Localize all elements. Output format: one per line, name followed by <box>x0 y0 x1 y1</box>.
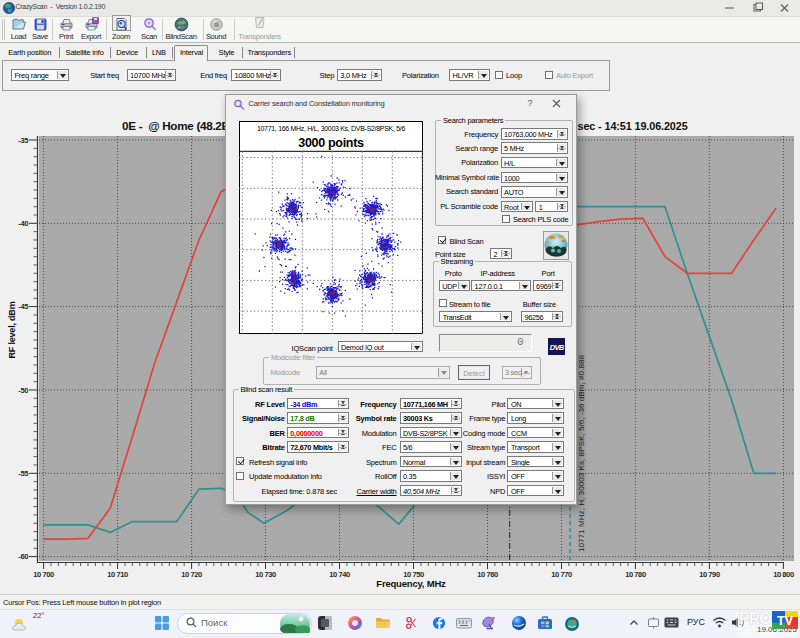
svg-text:-40: -40 <box>18 219 28 228</box>
svg-text:10 700: 10 700 <box>33 570 54 579</box>
svg-text:sec - 14:51 19.06.2025: sec - 14:51 19.06.2025 <box>578 120 688 132</box>
svg-text:10 800: 10 800 <box>773 570 794 579</box>
svg-text:10 710: 10 710 <box>107 570 128 579</box>
svg-text:10 740: 10 740 <box>329 570 350 579</box>
svg-text:RF level, dBm: RF level, dBm <box>7 301 17 358</box>
svg-text:10 770: 10 770 <box>551 570 572 579</box>
svg-text:-45: -45 <box>18 302 28 311</box>
svg-text:3000 points: 3000 points <box>298 136 364 150</box>
svg-text:10 790: 10 790 <box>699 570 720 579</box>
svg-text:10 780: 10 780 <box>625 570 646 579</box>
svg-text:10 730: 10 730 <box>255 570 276 579</box>
svg-text:-55: -55 <box>18 469 28 478</box>
svg-text:-50: -50 <box>18 386 28 395</box>
svg-text:-35: -35 <box>18 136 28 145</box>
svg-text:0E - @ Home (48.2E: 0E - @ Home (48.2E <box>122 119 230 132</box>
svg-text:10 760: 10 760 <box>477 570 498 579</box>
svg-text:10 720: 10 720 <box>181 570 202 579</box>
svg-text:10771 MHz, H, 30003 Ks, 8PSK,: 10771 MHz, H, 30003 Ks, 8PSK, 5/6, -36 d… <box>577 355 586 552</box>
svg-text:Frequency, MHz: Frequency, MHz <box>376 578 446 589</box>
svg-text:-60: -60 <box>18 552 28 561</box>
svg-text:10771, 166 MHz, H/L, 30003 Ks,: 10771, 166 MHz, H/L, 30003 Ks, DVB-S2/8P… <box>257 124 406 131</box>
